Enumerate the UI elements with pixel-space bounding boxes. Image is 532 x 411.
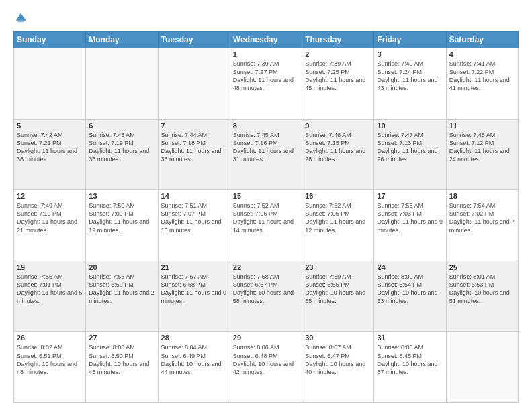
weekday-header-sunday: Sunday xyxy=(14,32,86,48)
header xyxy=(13,12,519,24)
calendar-cell: 31Sunrise: 8:08 AM Sunset: 6:45 PM Dayli… xyxy=(374,332,446,403)
day-number: 19 xyxy=(17,263,83,271)
calendar-week-row: 19Sunrise: 7:55 AM Sunset: 7:01 PM Dayli… xyxy=(14,261,519,332)
calendar-cell: 5Sunrise: 7:42 AM Sunset: 7:21 PM Daylig… xyxy=(14,119,86,190)
day-info: Sunrise: 7:49 AM Sunset: 7:10 PM Dayligh… xyxy=(17,201,83,234)
day-number: 22 xyxy=(233,263,299,271)
day-number: 30 xyxy=(305,334,371,342)
day-number: 26 xyxy=(17,334,83,342)
calendar-cell: 18Sunrise: 7:54 AM Sunset: 7:02 PM Dayli… xyxy=(446,190,518,261)
calendar-cell: 26Sunrise: 8:02 AM Sunset: 6:51 PM Dayli… xyxy=(14,332,86,403)
calendar-cell: 16Sunrise: 7:52 AM Sunset: 7:05 PM Dayli… xyxy=(302,190,374,261)
day-number: 24 xyxy=(377,263,443,271)
day-info: Sunrise: 7:57 AM Sunset: 6:58 PM Dayligh… xyxy=(161,273,227,306)
calendar-cell: 9Sunrise: 7:46 AM Sunset: 7:15 PM Daylig… xyxy=(302,119,374,190)
calendar-cell: 25Sunrise: 8:01 AM Sunset: 6:53 PM Dayli… xyxy=(446,261,518,332)
day-info: Sunrise: 7:52 AM Sunset: 7:05 PM Dayligh… xyxy=(305,201,371,234)
calendar-cell: 2Sunrise: 7:39 AM Sunset: 7:25 PM Daylig… xyxy=(302,48,374,120)
day-info: Sunrise: 8:07 AM Sunset: 6:47 PM Dayligh… xyxy=(305,343,371,376)
calendar-cell xyxy=(14,48,86,120)
calendar-cell: 1Sunrise: 7:39 AM Sunset: 7:27 PM Daylig… xyxy=(230,48,302,120)
calendar-cell: 4Sunrise: 7:41 AM Sunset: 7:22 PM Daylig… xyxy=(446,48,518,120)
calendar-cell: 7Sunrise: 7:44 AM Sunset: 7:18 PM Daylig… xyxy=(158,119,230,190)
svg-marker-1 xyxy=(16,13,26,23)
calendar-cell: 17Sunrise: 7:53 AM Sunset: 7:03 PM Dayli… xyxy=(374,190,446,261)
calendar-cell: 24Sunrise: 8:00 AM Sunset: 6:54 PM Dayli… xyxy=(374,261,446,332)
day-info: Sunrise: 7:44 AM Sunset: 7:18 PM Dayligh… xyxy=(161,131,227,164)
calendar-cell: 19Sunrise: 7:55 AM Sunset: 7:01 PM Dayli… xyxy=(14,261,86,332)
calendar-cell: 27Sunrise: 8:03 AM Sunset: 6:50 PM Dayli… xyxy=(86,332,158,403)
day-info: Sunrise: 7:58 AM Sunset: 6:57 PM Dayligh… xyxy=(233,273,299,306)
day-number: 3 xyxy=(377,50,443,58)
day-number: 12 xyxy=(17,192,83,200)
day-number: 28 xyxy=(161,334,227,342)
day-number: 25 xyxy=(449,263,515,271)
day-info: Sunrise: 7:40 AM Sunset: 7:24 PM Dayligh… xyxy=(377,60,443,93)
calendar-week-row: 5Sunrise: 7:42 AM Sunset: 7:21 PM Daylig… xyxy=(14,119,519,190)
calendar-cell: 30Sunrise: 8:07 AM Sunset: 6:47 PM Dayli… xyxy=(302,332,374,403)
day-info: Sunrise: 7:48 AM Sunset: 7:12 PM Dayligh… xyxy=(449,131,515,164)
logo-icon xyxy=(15,12,27,24)
day-number: 11 xyxy=(449,122,515,130)
calendar-cell: 20Sunrise: 7:56 AM Sunset: 6:59 PM Dayli… xyxy=(86,261,158,332)
day-number: 17 xyxy=(377,192,443,200)
weekday-header-monday: Monday xyxy=(86,32,158,48)
weekday-header-thursday: Thursday xyxy=(302,32,374,48)
day-info: Sunrise: 7:39 AM Sunset: 7:27 PM Dayligh… xyxy=(233,60,299,93)
calendar-week-row: 1Sunrise: 7:39 AM Sunset: 7:27 PM Daylig… xyxy=(14,48,519,120)
day-number: 7 xyxy=(161,122,227,130)
calendar-cell xyxy=(86,48,158,120)
calendar-cell: 6Sunrise: 7:43 AM Sunset: 7:19 PM Daylig… xyxy=(86,119,158,190)
calendar-cell: 15Sunrise: 7:52 AM Sunset: 7:06 PM Dayli… xyxy=(230,190,302,261)
calendar-cell: 28Sunrise: 8:04 AM Sunset: 6:49 PM Dayli… xyxy=(158,332,230,403)
day-number: 23 xyxy=(305,263,371,271)
day-number: 27 xyxy=(89,334,154,342)
day-info: Sunrise: 8:02 AM Sunset: 6:51 PM Dayligh… xyxy=(17,343,83,376)
calendar-cell: 22Sunrise: 7:58 AM Sunset: 6:57 PM Dayli… xyxy=(230,261,302,332)
day-number: 29 xyxy=(233,334,299,342)
day-info: Sunrise: 8:08 AM Sunset: 6:45 PM Dayligh… xyxy=(377,343,443,376)
calendar-table: SundayMondayTuesdayWednesdayThursdayFrid… xyxy=(13,31,519,403)
day-number: 10 xyxy=(377,122,443,130)
day-info: Sunrise: 7:45 AM Sunset: 7:16 PM Dayligh… xyxy=(233,131,299,164)
day-number: 9 xyxy=(305,122,371,130)
day-info: Sunrise: 7:59 AM Sunset: 6:55 PM Dayligh… xyxy=(305,273,371,306)
day-number: 13 xyxy=(89,192,154,200)
calendar-cell xyxy=(446,332,518,403)
day-number: 18 xyxy=(449,192,515,200)
day-info: Sunrise: 8:04 AM Sunset: 6:49 PM Dayligh… xyxy=(161,343,227,376)
day-number: 31 xyxy=(377,334,443,342)
calendar-cell: 29Sunrise: 8:06 AM Sunset: 6:48 PM Dayli… xyxy=(230,332,302,403)
day-info: Sunrise: 8:01 AM Sunset: 6:53 PM Dayligh… xyxy=(449,273,515,306)
calendar-cell: 3Sunrise: 7:40 AM Sunset: 7:24 PM Daylig… xyxy=(374,48,446,120)
day-number: 6 xyxy=(89,122,154,130)
calendar-cell: 8Sunrise: 7:45 AM Sunset: 7:16 PM Daylig… xyxy=(230,119,302,190)
logo xyxy=(13,12,27,24)
day-info: Sunrise: 8:00 AM Sunset: 6:54 PM Dayligh… xyxy=(377,273,443,306)
day-info: Sunrise: 7:55 AM Sunset: 7:01 PM Dayligh… xyxy=(17,273,83,306)
day-number: 15 xyxy=(233,192,299,200)
calendar-cell: 11Sunrise: 7:48 AM Sunset: 7:12 PM Dayli… xyxy=(446,119,518,190)
day-number: 14 xyxy=(161,192,227,200)
day-info: Sunrise: 7:46 AM Sunset: 7:15 PM Dayligh… xyxy=(305,131,371,164)
calendar-cell: 13Sunrise: 7:50 AM Sunset: 7:09 PM Dayli… xyxy=(86,190,158,261)
day-info: Sunrise: 7:56 AM Sunset: 6:59 PM Dayligh… xyxy=(89,273,154,306)
weekday-header-saturday: Saturday xyxy=(446,32,518,48)
calendar-cell xyxy=(158,48,230,120)
day-number: 1 xyxy=(233,50,299,58)
calendar-week-row: 12Sunrise: 7:49 AM Sunset: 7:10 PM Dayli… xyxy=(14,190,519,261)
calendar-week-row: 26Sunrise: 8:02 AM Sunset: 6:51 PM Dayli… xyxy=(14,332,519,403)
day-info: Sunrise: 8:03 AM Sunset: 6:50 PM Dayligh… xyxy=(89,343,154,376)
calendar-cell: 21Sunrise: 7:57 AM Sunset: 6:58 PM Dayli… xyxy=(158,261,230,332)
weekday-header-tuesday: Tuesday xyxy=(158,32,230,48)
day-info: Sunrise: 7:43 AM Sunset: 7:19 PM Dayligh… xyxy=(89,131,154,164)
day-number: 2 xyxy=(305,50,371,58)
weekday-header-friday: Friday xyxy=(374,32,446,48)
calendar-cell: 10Sunrise: 7:47 AM Sunset: 7:13 PM Dayli… xyxy=(374,119,446,190)
day-number: 4 xyxy=(449,50,515,58)
day-info: Sunrise: 7:47 AM Sunset: 7:13 PM Dayligh… xyxy=(377,131,443,164)
calendar-cell: 12Sunrise: 7:49 AM Sunset: 7:10 PM Dayli… xyxy=(14,190,86,261)
page: SundayMondayTuesdayWednesdayThursdayFrid… xyxy=(0,0,532,411)
day-number: 16 xyxy=(305,192,371,200)
day-info: Sunrise: 7:39 AM Sunset: 7:25 PM Dayligh… xyxy=(305,60,371,93)
